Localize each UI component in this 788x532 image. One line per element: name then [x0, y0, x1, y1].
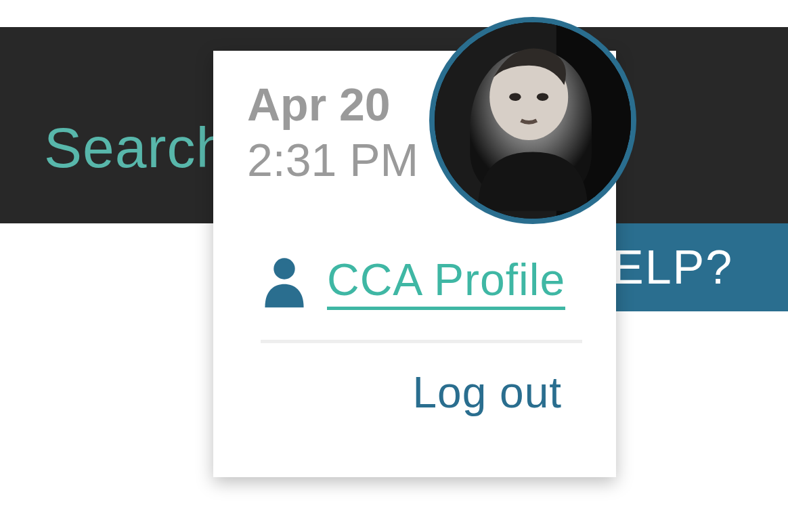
menu-divider — [261, 340, 582, 343]
user-menu: Apr 20 2:31 PM CCA Pr — [213, 51, 616, 477]
help-label: ELP? — [612, 240, 733, 294]
user-avatar[interactable] — [429, 17, 636, 224]
svg-point-4 — [537, 93, 548, 101]
svg-point-3 — [509, 93, 521, 101]
profile-link[interactable]: CCA Profile — [327, 254, 565, 310]
help-bar[interactable]: ELP? — [598, 223, 788, 311]
avatar-placeholder-icon — [435, 22, 631, 219]
logout-link[interactable]: Log out — [247, 368, 582, 418]
svg-point-5 — [273, 258, 294, 279]
search-label[interactable]: Search — [44, 115, 228, 181]
profile-row[interactable]: CCA Profile — [261, 254, 582, 310]
user-icon — [261, 255, 308, 309]
